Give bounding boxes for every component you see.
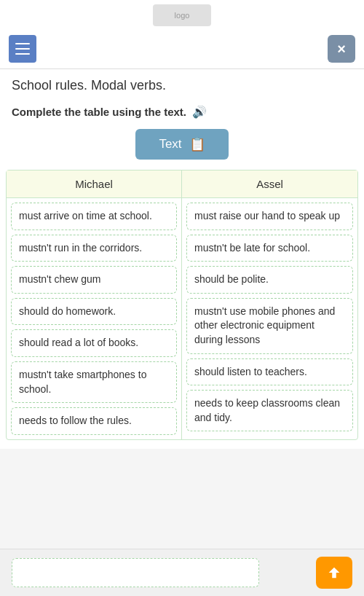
col1-header: Michael xyxy=(7,170,182,198)
list-item: should be polite. xyxy=(186,266,353,294)
list-item: must arrive on time at school. xyxy=(11,203,177,230)
close-button[interactable]: × xyxy=(328,35,355,63)
app-logo: logo xyxy=(153,4,211,26)
col2-cells: must raise our hand to speak up mustn't … xyxy=(182,198,357,439)
list-item: should read a lot of books. xyxy=(11,329,177,357)
col2-header: Assel xyxy=(182,170,357,198)
arrow-up-icon xyxy=(326,565,342,581)
list-item: mustn't use mobile phones and other elec… xyxy=(186,298,353,354)
table-grid: Michael Assel must arrive on time at sch… xyxy=(6,170,358,440)
list-item: mustn't take smartphones to school. xyxy=(11,361,177,403)
list-item: needs to keep classrooms clean and tidy. xyxy=(186,390,353,431)
list-item: must raise our hand to speak up xyxy=(186,203,353,230)
table-section: Michael Assel must arrive on time at sch… xyxy=(0,170,364,449)
menu-button[interactable] xyxy=(9,35,36,63)
text-button[interactable]: Text 📋 xyxy=(135,129,228,160)
answer-input[interactable] xyxy=(12,558,259,587)
list-item: mustn't be late for school. xyxy=(186,235,353,262)
col1-cells: must arrive on time at school. mustn't r… xyxy=(7,198,182,439)
list-item: mustn't chew gum xyxy=(11,266,177,294)
document-icon: 📋 xyxy=(189,136,205,152)
logo-area: logo xyxy=(0,0,364,29)
bottom-bar xyxy=(0,549,364,596)
instruction-text: Complete the table using the text. 🔊 xyxy=(0,98,364,123)
list-item: should listen to teachers. xyxy=(186,358,353,386)
text-button-label: Text xyxy=(159,137,181,152)
hamburger-line-2 xyxy=(15,48,30,50)
list-item: needs to follow the rules. xyxy=(11,407,177,435)
instruction-label: Complete the table using the text. xyxy=(12,106,186,118)
page-title: School rules. Modal verbs. xyxy=(0,69,364,98)
hamburger-line-1 xyxy=(15,43,30,44)
text-button-wrap: Text 📋 xyxy=(0,123,364,170)
hamburger-line-3 xyxy=(15,53,30,55)
list-item: mustn't run in the corridors. xyxy=(11,235,177,262)
submit-button[interactable] xyxy=(316,557,352,589)
list-item: should do homework. xyxy=(11,298,177,326)
sound-icon[interactable]: 🔊 xyxy=(192,105,207,119)
top-bar: × xyxy=(0,29,364,69)
